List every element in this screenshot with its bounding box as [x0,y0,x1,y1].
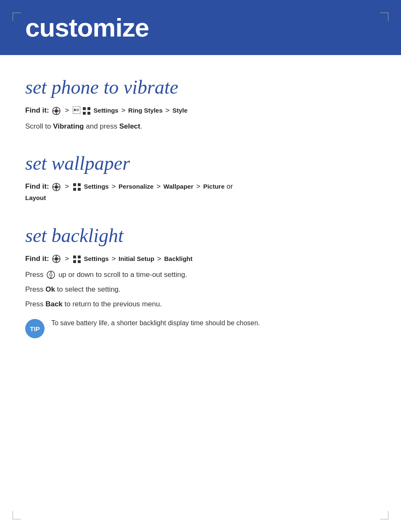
tip-badge: TIP [25,319,45,338]
nav-backlight: Backlight [164,255,193,262]
find-it-backlight: Find it: > [25,253,376,265]
svg-point-21 [55,257,58,261]
svg-rect-26 [73,255,76,258]
center-key-icon-2 [52,182,61,192]
vibrating-bold: Vibrating [53,122,84,130]
svg-rect-7 [87,107,90,110]
svg-rect-19 [78,188,81,191]
find-it-vibrate: Find it: >  [25,105,376,116]
corner-mark-br [376,507,388,519]
page-title: customize [25,13,376,42]
nav-personalize: Personalize [119,183,153,190]
svg-rect-6 [83,107,86,110]
nav-layout: Layout [25,194,46,201]
svg-point-1 [55,109,58,113]
nav-style: Style [172,107,187,114]
tip-badge-text: TIP [30,325,40,332]
tip-text: To save battery life, a shorter backligh… [51,318,376,329]
section-wallpaper: set wallpaper Find it: > [25,152,376,212]
svg-rect-16 [73,183,76,186]
settings-icon-2 [73,181,81,192]
back-bold: Back [45,300,63,308]
corner-mark-tl [13,13,25,25]
find-it-wallpaper: Find it: > [25,181,376,203]
nav-wallpaper: Wallpaper [164,183,193,190]
svg-rect-17 [78,183,81,186]
svg-point-31 [50,274,52,276]
section-backlight: set backlight Find it: > [25,224,376,343]
settings-icon-3 [73,253,81,265]
separator: > [65,106,71,114]
nav-picture: Picture [203,183,224,190]
section-vibrate: set phone to vibrate Find it: >  [25,76,376,140]
center-key-icon [52,106,61,116]
nav-ring-styles: Ring Styles [128,107,163,114]
svg-rect-18 [73,188,76,191]
section-vibrate-title: set phone to vibrate [25,76,376,98]
find-it-label-2: Find it: [25,182,49,190]
svg-rect-28 [73,260,76,263]
backlight-body-2: Press Ok to select the setting. [25,284,376,295]
corner-mark-bl [13,507,25,519]
ok-bold: Ok [45,285,55,293]
main-content: set phone to vibrate Find it: >  [0,55,401,372]
svg-rect-8 [83,112,86,115]
svg-rect-29 [78,260,81,263]
nav-settings: Settings [94,107,119,114]
find-it-label-3: Find it: [25,255,49,263]
scroll-key-icon [46,270,55,279]
tip-box: TIP To save battery life, a shorter back… [25,318,376,338]
header-banner: customize [0,0,401,55]
svg-rect-9 [87,112,90,115]
nav-initial-setup: Initial Setup [119,255,154,262]
vibrate-body: Scroll to Vibrating and press Select. [25,121,376,132]
center-key-icon-3 [52,254,61,263]
nav-settings-2: Settings [84,183,109,190]
nav-settings-3: Settings [84,255,109,262]
backlight-body-1: Press up or down to scroll to a time-out… [25,269,376,280]
find-it-label: Find it: [25,106,49,114]
backlight-body-3: Press Back to return to the previous men… [25,298,376,310]
settings-icon:  [73,105,91,116]
svg-rect-27 [78,255,81,258]
select-bold: Select [119,122,140,130]
corner-mark-tr [376,13,388,25]
section-wallpaper-title: set wallpaper [25,152,376,174]
svg-point-11 [55,185,58,189]
section-backlight-title: set backlight [25,224,376,247]
